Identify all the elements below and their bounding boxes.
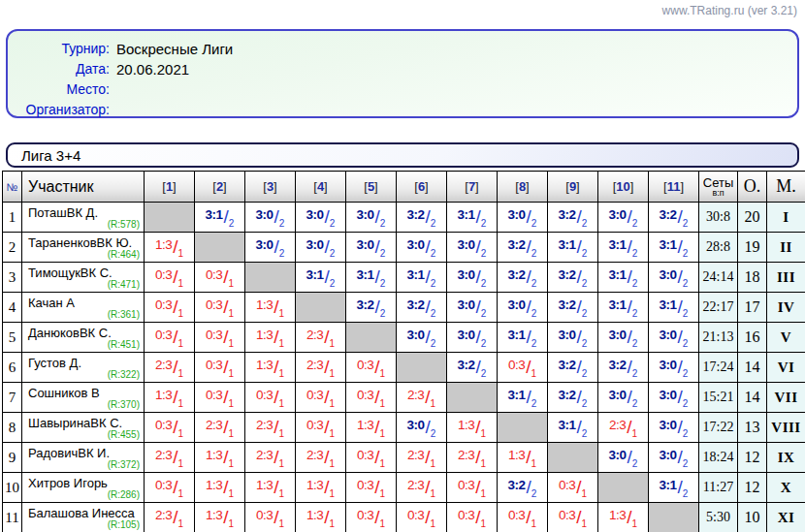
score-cell: 3:1/2 [397,263,447,293]
score-cell: 0:3/1 [145,323,195,353]
participant-name: ТараненковВК Ю. [28,235,132,250]
score-cell: 3:2/2 [649,203,699,233]
header-round: [10] [598,172,649,203]
score-cell: 2:3/1 [397,443,447,473]
diagonal-cell [346,323,397,353]
score-cell: 3:0/2 [498,293,548,323]
diagonal-cell [397,353,447,383]
place-cell: I [767,203,805,233]
score-cell: 3:0/2 [245,203,296,233]
sets-cell: 21:13 [699,323,738,353]
score-cell: 3:0/2 [447,233,498,263]
score-cell: 3:2/2 [397,203,447,233]
score-cell: 3:0/2 [598,203,649,233]
sets-cell: 15:21 [699,383,738,413]
score-cell: 0:3/1 [145,263,195,293]
score-cell: 1:3/1 [498,443,548,473]
diagonal-cell [145,203,195,233]
place-cell: II [767,233,805,263]
score-cell: 0:3/1 [296,383,346,413]
results-header: № Участник [1][2][3][4][5][6][7][8][9][1… [3,172,805,203]
points-cell: 18 [738,263,767,293]
header-round: [5] [346,172,397,203]
sets-cell: 22:17 [699,293,738,323]
participant-rating: (R:471) [108,279,140,290]
score-cell: 3:1/2 [649,473,699,503]
header-sets-line1: Сеты [699,176,737,189]
participant-rating: (R:361) [108,309,140,320]
points-cell: 16 [738,323,767,353]
row-number: 7 [3,383,22,413]
table-row: 2ТараненковВК Ю.(R:464)1:3/13:0/23:0/23:… [3,233,805,263]
score-cell: 0:3/1 [397,503,447,532]
score-cell: 0:3/1 [195,263,245,293]
score-cell: 2:3/1 [145,503,195,532]
points-cell: 20 [738,203,767,233]
score-cell: 2:3/1 [447,443,498,473]
score-cell: 1:3/1 [195,443,245,473]
row-number: 4 [3,293,22,323]
diagonal-cell [498,413,548,443]
header-round: [6] [397,172,447,203]
score-cell: 3:2/2 [548,263,598,293]
score-cell: 0:3/1 [195,293,245,323]
score-cell: 0:3/1 [346,503,397,532]
diagonal-cell [245,263,296,293]
place-cell: IX [767,443,805,473]
points-cell: 10 [738,503,767,532]
header-round: [4] [296,172,346,203]
participant-rating: (R:370) [108,399,140,410]
place-cell: IV [767,293,805,323]
participant-cell: ТимощукВК С.(R:471) [22,263,145,293]
table-row: 11Балашова Инесса(R:105)2:3/11:3/10:3/11… [3,503,805,532]
score-cell: 0:3/1 [296,413,346,443]
header-round: [11] [649,172,699,203]
info-field-label: Место: [8,79,116,100]
score-cell: 3:0/2 [649,263,699,293]
score-cell: 0:3/1 [447,503,498,532]
score-cell: 3:0/2 [447,323,498,353]
header-round: [9] [548,172,598,203]
score-cell: 3:1/2 [598,293,649,323]
participant-rating: (R:322) [108,369,140,380]
score-cell: 3:2/2 [498,473,548,503]
score-cell: 2:3/1 [296,443,346,473]
diagonal-cell [548,443,598,473]
score-cell: 0:3/1 [346,473,397,503]
info-field-label: Организатор: [8,100,116,120]
sets-cell: 28:8 [699,233,738,263]
score-cell: 3:1/2 [649,233,699,263]
table-row: 10Хитров Игорь(R:286)0:3/11:3/11:3/11:3/… [3,473,805,503]
participant-rating: (R:578) [108,219,140,230]
participant-name: Балашова Инесса [28,506,135,520]
participant-name: Густов Д. [28,356,81,370]
score-cell: 1:3/1 [346,413,397,443]
score-cell: 3:2/2 [447,353,498,383]
score-cell: 3:0/2 [548,323,598,353]
participant-name: ШавыринаВК С. [28,416,122,430]
table-row: 9РадовичВК И.(R:372)2:3/11:3/12:3/12:3/1… [3,443,805,473]
score-cell: 0:3/1 [195,383,245,413]
info-field-value: Воскресные Лиги [116,39,233,59]
sets-cell: 17:22 [699,413,738,443]
participant-cell: ТараненковВК Ю.(R:464) [22,233,145,263]
participant-name: Хитров Игорь [28,476,108,490]
score-cell: 0:3/1 [195,353,245,383]
place-cell: VI [767,353,805,383]
score-cell: 3:1/2 [498,383,548,413]
score-cell: 3:0/2 [598,443,649,473]
score-cell: 3:0/2 [346,233,397,263]
score-cell: 1:3/1 [245,323,296,353]
league-title: Лига 3+4 [21,147,80,164]
header-round: [3] [245,172,296,203]
score-cell: 3:0/2 [447,263,498,293]
row-number: 1 [3,203,22,233]
score-cell: 0:3/1 [245,383,296,413]
row-number: 10 [3,473,22,503]
participant-rating: (R:105) [108,519,140,530]
header-place: М. [767,172,805,203]
results-header-row: № Участник [1][2][3][4][5][6][7][8][9][1… [3,172,805,203]
score-cell: 2:3/1 [598,413,649,443]
score-cell: 3:1/2 [346,263,397,293]
points-cell: 14 [738,353,767,383]
